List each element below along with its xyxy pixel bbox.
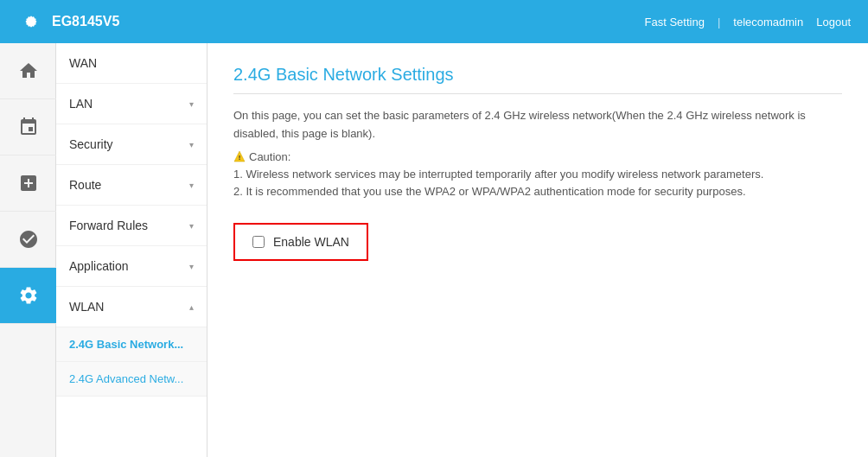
sidebar-icon-plus[interactable] xyxy=(0,156,56,212)
sidebar-item-security[interactable]: Security ▾ xyxy=(56,124,207,165)
layout: WAN LAN ▾ Security ▾ Route ▾ Forward Rul… xyxy=(0,43,868,457)
chevron-down-icon: ▾ xyxy=(189,181,194,190)
sidebar-item-forward-rules-label: Forward Rules xyxy=(69,219,148,232)
icon-sidebar xyxy=(0,43,56,457)
chevron-down-icon: ▾ xyxy=(189,221,194,231)
sidebar-sub-item-2g-advanced-label: 2.4G Advanced Netw... xyxy=(69,372,183,385)
network-icon xyxy=(18,117,39,137)
logout-link[interactable]: Logout xyxy=(816,16,851,29)
sidebar-item-wlan[interactable]: WLAN ▴ xyxy=(56,287,207,327)
sidebar-item-application-label: Application xyxy=(69,259,129,273)
signal-icon xyxy=(18,229,39,250)
header-nav: Fast Setting | telecomadmin Logout xyxy=(645,16,851,29)
enable-wlan-checkbox[interactable] xyxy=(252,236,265,248)
caution-block: ! Caution: 1. Wireless network services … xyxy=(233,150,842,202)
chevron-down-icon: ▾ xyxy=(189,262,194,271)
sidebar-icon-home[interactable] xyxy=(0,43,56,99)
logo-text: EG8145V5 xyxy=(52,14,119,29)
main-content: 2.4G Basic Network Settings On this page… xyxy=(207,43,868,457)
sidebar-sub-item-2g-basic-label: 2.4G Basic Network... xyxy=(69,338,183,351)
huawei-logo-icon xyxy=(17,8,45,35)
caution-item-1: 1. Wireless network services may be inte… xyxy=(233,166,842,184)
sidebar-sub-item-2g-advanced[interactable]: 2.4G Advanced Netw... xyxy=(56,362,207,397)
home-icon xyxy=(18,60,39,81)
sidebar-item-lan[interactable]: LAN ▾ xyxy=(56,84,207,124)
sidebar-item-forward-rules[interactable]: Forward Rules ▾ xyxy=(56,206,207,246)
sidebar-icon-signal[interactable] xyxy=(0,212,56,268)
settings-icon xyxy=(18,285,39,306)
sidebar-item-route-label: Route xyxy=(69,178,101,192)
chevron-down-icon: ▾ xyxy=(189,140,194,149)
text-sidebar: WAN LAN ▾ Security ▾ Route ▾ Forward Rul… xyxy=(56,43,207,457)
nav-divider: | xyxy=(718,16,720,29)
username-label: telecomadmin xyxy=(733,16,803,29)
sidebar-sub-item-2g-basic[interactable]: 2.4G Basic Network... xyxy=(56,327,207,362)
sidebar-item-route[interactable]: Route ▾ xyxy=(56,165,207,206)
sidebar-item-wan[interactable]: WAN xyxy=(56,43,207,84)
caution-item-2: 2. It is recommended that you use the WP… xyxy=(233,183,842,201)
page-title: 2.4G Basic Network Settings xyxy=(233,65,842,94)
caution-text-label: Caution: xyxy=(249,150,290,163)
caution-label: ! Caution: xyxy=(233,150,842,163)
sidebar-item-application[interactable]: Application ▾ xyxy=(56,246,207,287)
sidebar-item-lan-label: LAN xyxy=(69,97,93,111)
logo: EG8145V5 xyxy=(17,8,119,35)
enable-wlan-label: Enable WLAN xyxy=(273,235,349,249)
sidebar-item-wan-label: WAN xyxy=(69,56,97,70)
plus-icon xyxy=(18,173,39,194)
chevron-up-icon: ▴ xyxy=(189,302,194,312)
sidebar-item-wlan-label: WLAN xyxy=(69,300,104,314)
warning-icon: ! xyxy=(233,150,246,162)
enable-wlan-box: Enable WLAN xyxy=(233,223,368,261)
chevron-down-icon: ▾ xyxy=(189,99,194,109)
description-text: On this page, you can set the basic para… xyxy=(233,107,842,143)
sidebar-icon-lan[interactable] xyxy=(0,99,56,156)
fast-setting-link[interactable]: Fast Setting xyxy=(645,16,705,29)
sidebar-icon-settings[interactable] xyxy=(0,268,56,324)
svg-text:!: ! xyxy=(239,154,241,162)
sidebar-item-security-label: Security xyxy=(69,137,113,151)
header: EG8145V5 Fast Setting | telecomadmin Log… xyxy=(0,0,868,43)
